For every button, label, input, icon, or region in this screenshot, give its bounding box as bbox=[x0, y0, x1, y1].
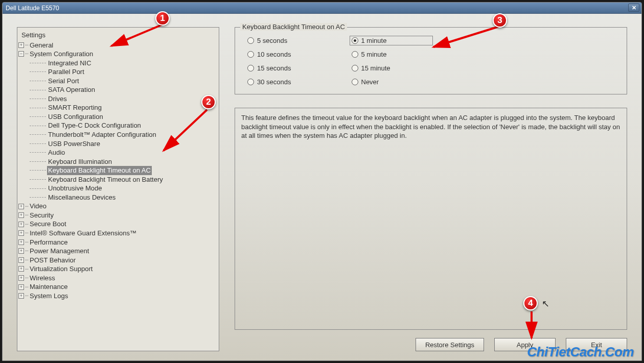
radio-option[interactable]: 15 minute bbox=[350, 63, 433, 73]
tree-leaf[interactable]: Keyboard Backlight Timeout on AC bbox=[29, 166, 219, 175]
radio-icon bbox=[352, 65, 358, 71]
title-bar: Dell Latitude E5570 ✕ bbox=[3, 3, 641, 14]
tree-node[interactable]: +┄POST Behavior bbox=[17, 256, 219, 265]
radio-label: 30 seconds bbox=[257, 78, 291, 86]
tree-leaf[interactable]: Keyboard Backlight Timeout on Battery bbox=[29, 175, 219, 184]
radio-icon bbox=[352, 51, 358, 58]
tree-leaf[interactable]: USB PowerShare bbox=[29, 139, 219, 149]
plus-icon[interactable]: + bbox=[18, 257, 24, 263]
tree-leaf-label: USB Configuration bbox=[47, 112, 104, 122]
plus-icon[interactable]: + bbox=[18, 222, 24, 227]
radio-option[interactable]: 5 minute bbox=[350, 50, 433, 59]
mouse-cursor-icon: ↖ bbox=[542, 298, 549, 309]
tree-node[interactable]: +┄Secure Boot bbox=[17, 220, 219, 229]
tree-node-label: Wireless bbox=[29, 274, 56, 283]
radio-option[interactable]: 15 seconds bbox=[245, 63, 293, 73]
tree-node-label: Virtualization Support bbox=[29, 264, 94, 274]
radio-option[interactable]: 30 seconds bbox=[245, 77, 293, 87]
tree-leaf[interactable]: Keyboard Illumination bbox=[29, 157, 219, 166]
tree-leaf-label: Keyboard Illumination bbox=[47, 157, 113, 166]
window-title: Dell Latitude E5570 bbox=[6, 5, 59, 12]
tree-leaf-label: Keyboard Backlight Timeout on AC bbox=[47, 166, 152, 175]
radio-icon bbox=[247, 51, 254, 58]
radio-label: 5 seconds bbox=[257, 37, 287, 44]
plus-icon[interactable]: + bbox=[18, 239, 24, 245]
radio-option[interactable]: Never bbox=[350, 77, 433, 87]
radio-label: 10 seconds bbox=[257, 51, 291, 58]
tree-node[interactable]: +┄General bbox=[17, 41, 219, 50]
plus-icon[interactable]: + bbox=[18, 293, 24, 299]
tree-node[interactable]: +┄Power Management bbox=[17, 247, 219, 256]
marker-1: 1 bbox=[155, 11, 170, 26]
radio-label: Never bbox=[361, 78, 379, 86]
tree-leaf-label: Drives bbox=[47, 94, 68, 104]
tree-leaf-label: SMART Reporting bbox=[47, 103, 103, 112]
plus-icon[interactable]: + bbox=[18, 212, 24, 218]
plus-icon[interactable]: + bbox=[18, 42, 24, 48]
tree-node[interactable]: +┄Wireless bbox=[17, 274, 219, 283]
plus-icon[interactable]: + bbox=[18, 266, 24, 272]
plus-icon[interactable]: + bbox=[18, 204, 24, 209]
tree-leaf[interactable]: Drives bbox=[29, 94, 219, 104]
detail-pane: Keyboard Backlight Timeout on AC 5 secon… bbox=[235, 27, 627, 351]
tree-leaf-label: Unobtrusive Mode bbox=[47, 184, 103, 193]
tree-node[interactable]: +┄Video bbox=[17, 202, 219, 211]
tree-leaf[interactable]: SMART Reporting bbox=[29, 103, 219, 112]
radio-option[interactable]: 1 minute bbox=[350, 36, 433, 45]
minus-icon[interactable]: − bbox=[18, 51, 24, 57]
radio-icon bbox=[352, 79, 358, 85]
radio-icon bbox=[352, 37, 358, 44]
tree-leaf[interactable]: USB Configuration bbox=[29, 112, 219, 122]
radio-label: 15 minute bbox=[361, 64, 390, 72]
tree-leaf[interactable]: Miscellaneous Devices bbox=[29, 193, 219, 202]
tree-leaf[interactable]: SATA Operation bbox=[29, 85, 219, 94]
tree-node-label: General bbox=[29, 41, 54, 50]
description-box: This feature defines the timeout value f… bbox=[235, 108, 627, 330]
plus-icon[interactable]: + bbox=[18, 275, 24, 281]
tree-leaf[interactable]: Dell Type-C Dock Configuration bbox=[29, 121, 219, 130]
radio-label: 15 seconds bbox=[257, 64, 291, 72]
radio-label: 1 minute bbox=[361, 37, 387, 44]
tree-leaf-label: Dell Type-C Dock Configuration bbox=[47, 121, 142, 130]
watermark-text: ChiTietCach.Com bbox=[527, 344, 634, 360]
close-icon: ✕ bbox=[632, 5, 636, 11]
tree-leaf[interactable]: Parallel Port bbox=[29, 67, 219, 77]
radio-label: 5 minute bbox=[361, 51, 387, 58]
options-fieldset: Keyboard Backlight Timeout on AC 5 secon… bbox=[235, 27, 627, 94]
tree-leaf[interactable]: Integrated NIC bbox=[29, 59, 219, 68]
tree-node-label: POST Behavior bbox=[29, 256, 77, 265]
tree-node-label: Security bbox=[29, 211, 55, 220]
restore-settings-button[interactable]: Restore Settings bbox=[416, 338, 484, 351]
radio-option[interactable]: 5 seconds bbox=[245, 36, 293, 45]
tree-node[interactable]: +┄Intel® Software Guard Extensions™ bbox=[17, 229, 219, 238]
tree-node-label: Performance bbox=[29, 238, 68, 247]
plus-icon[interactable]: + bbox=[18, 284, 24, 290]
plus-icon[interactable]: + bbox=[18, 230, 24, 236]
tree-leaf[interactable]: Audio bbox=[29, 148, 219, 157]
tree-node[interactable]: +┄Maintenance bbox=[17, 282, 219, 292]
tree-node[interactable]: +┄System Logs bbox=[17, 292, 219, 301]
tree-leaf[interactable]: Serial Port bbox=[29, 77, 219, 86]
tree-node-label: Power Management bbox=[29, 247, 90, 256]
tree-node[interactable]: +┄Virtualization Support bbox=[17, 264, 219, 274]
tree-node[interactable]: +┄Security bbox=[17, 211, 219, 220]
tree-node-label: System Configuration bbox=[29, 50, 94, 59]
radio-option[interactable]: 10 seconds bbox=[245, 50, 293, 59]
marker-2: 2 bbox=[201, 95, 216, 109]
tree-node-label: System Logs bbox=[29, 292, 69, 301]
close-button[interactable]: ✕ bbox=[628, 4, 639, 12]
tree-leaf-label: Thunderbolt™ Adapter Configuration bbox=[47, 130, 157, 139]
tree-node[interactable]: −┄System Configuration bbox=[17, 50, 219, 59]
radio-icon bbox=[247, 65, 254, 71]
tree-leaf[interactable]: Unobtrusive Mode bbox=[29, 184, 219, 193]
tree-leaf-label: Integrated NIC bbox=[47, 59, 93, 68]
tree-leaf-label: Miscellaneous Devices bbox=[47, 193, 117, 202]
fieldset-legend: Keyboard Backlight Timeout on AC bbox=[240, 23, 347, 31]
tree-leaf[interactable]: Thunderbolt™ Adapter Configuration bbox=[29, 130, 219, 139]
tree-node[interactable]: +┄Performance bbox=[17, 238, 219, 247]
tree-leaf-label: SATA Operation bbox=[47, 85, 96, 94]
settings-tree: Settings +┄General−┄System Configuration… bbox=[17, 27, 219, 351]
tree-leaf-label: Keyboard Backlight Timeout on Battery bbox=[47, 175, 164, 184]
plus-icon[interactable]: + bbox=[18, 248, 24, 254]
marker-4: 4 bbox=[523, 296, 538, 310]
